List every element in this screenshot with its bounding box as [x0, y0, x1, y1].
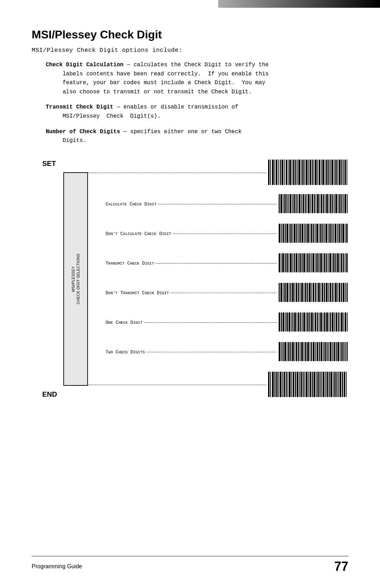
svg-rect-210 [314, 312, 314, 332]
svg-rect-271 [278, 372, 279, 397]
svg-rect-297 [327, 372, 328, 397]
page-title: MSI/Plessey Check Digit [32, 28, 348, 41]
svg-rect-93 [302, 224, 303, 243]
svg-rect-267 [270, 372, 271, 397]
svg-rect-159 [286, 283, 288, 302]
svg-rect-121 [285, 253, 286, 272]
svg-rect-197 [289, 312, 290, 332]
svg-rect-94 [304, 224, 305, 243]
svg-rect-120 [282, 253, 284, 272]
barcode-row-two-digits: TWO CHECK DIGITS [88, 341, 348, 364]
svg-rect-99 [313, 224, 314, 243]
svg-rect-221 [334, 312, 335, 332]
svg-rect-196 [286, 312, 288, 332]
term-title-1: Check Digit Calculation [46, 62, 124, 68]
svg-rect-152 [343, 253, 344, 272]
svg-rect-142 [324, 253, 325, 272]
svg-rect-80 [347, 194, 348, 213]
svg-rect-158 [284, 283, 286, 302]
svg-rect-304 [340, 372, 341, 397]
svg-rect-14 [295, 160, 296, 185]
svg-rect-192 [279, 312, 280, 332]
term-dash-2: — [117, 104, 124, 110]
svg-rect-49 [290, 194, 291, 213]
svg-rect-254 [327, 342, 328, 361]
svg-rect-108 [329, 224, 331, 243]
svg-rect-208 [309, 312, 310, 332]
svg-rect-109 [331, 224, 332, 243]
svg-rect-73 [334, 194, 335, 213]
svg-rect-175 [317, 283, 317, 302]
svg-rect-219 [330, 312, 331, 332]
svg-rect-269 [274, 372, 276, 397]
svg-rect-270 [276, 372, 278, 397]
svg-rect-60 [310, 194, 311, 213]
svg-rect-245 [310, 342, 310, 361]
svg-rect-266 [268, 372, 270, 397]
svg-rect-11 [289, 160, 291, 185]
svg-rect-185 [335, 283, 337, 302]
svg-rect-136 [312, 253, 314, 272]
svg-rect-218 [329, 312, 329, 332]
barcode-row-dont-calculate: DON'T CALCULATE CHECK DIGIT [88, 222, 348, 246]
svg-rect-66 [321, 194, 322, 213]
sidebar-box: MSI/PLESSEY CHECK DIGIT SELECTIONS [63, 172, 88, 386]
svg-rect-214 [320, 312, 322, 332]
svg-rect-261 [340, 342, 341, 361]
svg-rect-38 [339, 160, 341, 185]
footer-page-number: 77 [334, 559, 348, 574]
svg-rect-250 [319, 342, 320, 361]
svg-rect-4 [276, 160, 277, 185]
svg-rect-292 [317, 372, 319, 397]
svg-rect-146 [332, 253, 332, 272]
term-check-digit-calculation: Check Digit Calculation — calculates the… [32, 61, 348, 97]
svg-rect-106 [325, 224, 327, 243]
svg-rect-276 [287, 372, 288, 397]
svg-rect-18 [302, 160, 304, 185]
barcode-row-calculate: CALCULATE CHECK DIGIT [88, 193, 348, 216]
svg-rect-23 [312, 160, 313, 185]
svg-rect-302 [336, 372, 337, 397]
svg-rect-119 [281, 253, 281, 272]
svg-rect-258 [334, 342, 335, 361]
svg-rect-190 [345, 283, 346, 302]
svg-rect-232 [284, 342, 286, 361]
svg-rect-125 [292, 253, 293, 272]
svg-rect-234 [288, 342, 290, 361]
svg-rect-96 [307, 224, 309, 243]
term-dash-1: — [127, 62, 133, 68]
svg-rect-103 [320, 224, 322, 243]
svg-rect-243 [305, 342, 306, 361]
svg-rect-112 [337, 224, 338, 243]
svg-rect-170 [307, 283, 308, 302]
svg-rect-50 [292, 194, 293, 213]
svg-rect-264 [345, 342, 346, 361]
svg-rect-46 [284, 194, 286, 213]
svg-rect-157 [283, 283, 284, 302]
svg-rect-86 [289, 224, 290, 243]
svg-rect-203 [300, 312, 301, 332]
svg-rect-85 [286, 224, 288, 243]
svg-rect-143 [326, 253, 327, 272]
svg-rect-300 [333, 372, 334, 397]
svg-rect-154 [346, 253, 348, 272]
barcode-row-set [88, 160, 348, 186]
svg-rect-12 [292, 160, 292, 185]
footer-left-text: Programming Guide [32, 563, 82, 570]
end-label: END [42, 390, 60, 398]
svg-rect-235 [290, 342, 291, 361]
svg-rect-22 [310, 160, 311, 185]
svg-rect-127 [296, 253, 297, 272]
svg-rect-2 [272, 160, 274, 185]
svg-rect-45 [283, 194, 284, 213]
svg-rect-257 [332, 342, 333, 361]
svg-rect-289 [312, 372, 313, 397]
page-footer: Programming Guide 77 [32, 556, 348, 574]
svg-rect-20 [306, 160, 308, 185]
svg-rect-191 [347, 283, 348, 302]
svg-rect-239 [298, 342, 299, 361]
svg-rect-225 [341, 312, 343, 332]
svg-rect-95 [305, 224, 306, 243]
barcode-set [267, 160, 348, 186]
svg-rect-153 [345, 253, 346, 272]
